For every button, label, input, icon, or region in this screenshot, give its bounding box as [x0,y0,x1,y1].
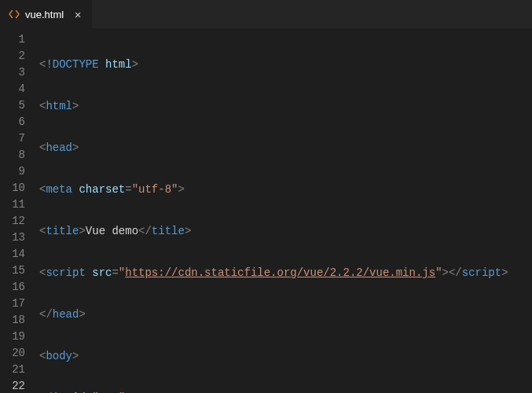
code-line: <head> [39,140,532,156]
line-number: 21 [0,362,25,378]
line-number: 3 [0,64,25,81]
tab-bar: vue.html × [0,0,532,28]
line-number: 16 [0,279,25,296]
line-number: 13 [0,230,25,246]
code-line: <!DOCTYPE html> [39,57,532,73]
line-number: 2 [0,48,25,64]
line-number: 12 [0,213,25,230]
editor: 1 2 3 4 5 6 7 8 9 10 11 12 13 14 15 16 1… [0,28,532,393]
code-line: <script src="https://cdn.staticfile.org/… [39,265,532,281]
code-line: <div id="app"> [39,390,532,393]
line-number: 8 [0,147,25,163]
line-number: 6 [0,114,25,130]
line-number: 22 [0,378,25,393]
line-number: 14 [0,246,25,263]
line-number: 20 [0,345,25,362]
close-icon[interactable]: × [72,8,84,20]
line-number-gutter: 1 2 3 4 5 6 7 8 9 10 11 12 13 14 15 16 1… [0,28,39,393]
tab-vue-html[interactable]: vue.html × [0,0,93,28]
code-line: <body> [39,348,532,365]
code-line: <meta charset="utf-8"> [39,182,532,198]
code-area[interactable]: <!DOCTYPE html> <html> <head> <meta char… [39,28,532,393]
line-number: 19 [0,329,25,345]
code-line: </head> [39,307,532,323]
code-line: <html> [39,98,532,115]
line-number: 10 [0,180,25,196]
line-number: 5 [0,97,25,114]
line-number: 18 [0,312,25,329]
line-number: 1 [0,31,25,48]
line-number: 4 [0,81,25,97]
code-icon [8,8,20,20]
line-number: 11 [0,196,25,213]
line-number: 7 [0,130,25,147]
code-line: <title>Vue demo</title> [39,223,532,240]
line-number: 15 [0,263,25,279]
tab-label: vue.html [25,9,64,20]
line-number: 17 [0,296,25,312]
line-number: 9 [0,163,25,180]
